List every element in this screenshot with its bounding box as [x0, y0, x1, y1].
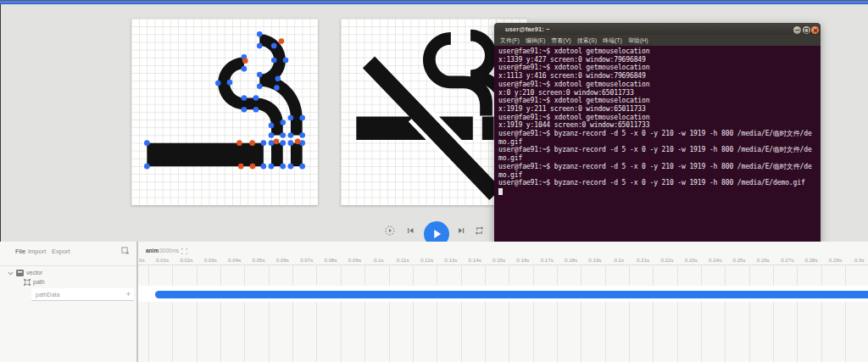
- path-point[interactable]: [288, 164, 294, 170]
- path-point[interactable]: [261, 140, 267, 146]
- path-point[interactable]: [271, 43, 277, 49]
- path-point[interactable]: [299, 164, 305, 170]
- file-menu[interactable]: File: [15, 248, 25, 255]
- path-point[interactable]: [269, 164, 275, 170]
- path-point[interactable]: [275, 76, 281, 82]
- path-point[interactable]: [280, 132, 286, 138]
- timeline-gridline: [197, 265, 198, 362]
- timeline-gridline: [557, 265, 558, 362]
- path-point[interactable]: [280, 120, 286, 125]
- path-point[interactable]: [250, 164, 256, 170]
- timeline-gridline: [364, 265, 365, 362]
- demo-icon[interactable]: [121, 247, 129, 254]
- path-point[interactable]: [253, 107, 259, 113]
- path-point[interactable]: [257, 31, 263, 37]
- path-point[interactable]: [279, 38, 285, 44]
- terminal-menu-item[interactable]: 终端(T): [603, 37, 622, 43]
- path-point[interactable]: [288, 132, 294, 138]
- timeline-gridline: [485, 265, 486, 362]
- tree-item-path[interactable]: path: [33, 279, 45, 285]
- timeline-animation-bar[interactable]: [155, 291, 868, 298]
- path-point[interactable]: [249, 140, 255, 146]
- ruler-tick-label: 0.24s: [709, 257, 721, 263]
- ruler-tick-label: 0.09s: [348, 257, 361, 263]
- path-point[interactable]: [238, 164, 244, 170]
- terminal-titlebar[interactable]: user@fae91: ~: [494, 23, 821, 35]
- terminal-menu-item[interactable]: 编辑(E): [526, 37, 545, 43]
- panel-divider: [0, 265, 136, 266]
- skip-previous-button[interactable]: [405, 226, 415, 236]
- export-menu[interactable]: Export: [52, 248, 70, 255]
- path-point[interactable]: [283, 58, 289, 64]
- path-point[interactable]: [269, 140, 275, 146]
- path-point[interactable]: [288, 115, 294, 121]
- slow-motion-video-button[interactable]: [385, 226, 395, 236]
- terminal-window[interactable]: user@fae91: ~ 文件(F)编辑(E)查看(V)搜索(S)终端(T)帮…: [494, 23, 821, 244]
- terminal-body[interactable]: user@fae91:~$ xdotool getmouselocationx:…: [494, 46, 821, 244]
- path-point[interactable]: [299, 132, 305, 138]
- path-point[interactable]: [242, 58, 248, 64]
- path-point[interactable]: [242, 66, 248, 72]
- path-point[interactable]: [242, 107, 248, 113]
- add-path-data-button[interactable]: +: [126, 290, 131, 298]
- left-edge-line: [0, 4, 1, 242]
- canvas-start-state[interactable]: [131, 19, 318, 205]
- path-point[interactable]: [253, 95, 259, 101]
- chevron-down-icon[interactable]: [8, 270, 14, 276]
- path-point[interactable]: [269, 132, 275, 138]
- path-point[interactable]: [257, 72, 263, 78]
- path-point[interactable]: [227, 80, 233, 86]
- path-point[interactable]: [236, 140, 242, 146]
- smoking-rooms-icon: [131, 19, 318, 205]
- timeline-gridline: [509, 265, 509, 362]
- ruler-tick-label: 0.2s: [614, 257, 624, 263]
- path-point[interactable]: [242, 95, 248, 101]
- skip-next-button[interactable]: [456, 226, 466, 236]
- ruler-tick-label: 0.07s: [300, 257, 313, 263]
- path-point[interactable]: [280, 140, 286, 146]
- path-point[interactable]: [215, 81, 221, 86]
- close-button[interactable]: [811, 26, 819, 34]
- app-root: user@fae91: ~ 文件(F)编辑(E)查看(V)搜索(S)终端(T)帮…: [0, 0, 868, 362]
- path-point[interactable]: [144, 140, 150, 146]
- animation-duration[interactable]: 3000ms: [159, 248, 179, 253]
- path-point[interactable]: [257, 83, 263, 89]
- ruler-tick-label: 0.16s: [516, 257, 529, 263]
- path-point[interactable]: [288, 140, 294, 146]
- path-point[interactable]: [271, 58, 277, 64]
- timeline-gridline: [148, 265, 149, 362]
- timeline-gridline: [605, 265, 606, 362]
- path-point[interactable]: [274, 139, 280, 145]
- path-point[interactable]: [257, 43, 263, 49]
- path-point[interactable]: [274, 85, 280, 91]
- expand-icon[interactable]: [181, 248, 187, 254]
- terminal-menu-item[interactable]: 查看(V): [551, 37, 570, 43]
- terminal-line: mo.gif: [494, 171, 821, 180]
- path-point[interactable]: [280, 164, 286, 170]
- ruler-tick-label: 0.25s: [732, 257, 745, 263]
- ruler-tick-label: 0.3s: [854, 257, 865, 263]
- animation-name[interactable]: anim: [146, 248, 159, 253]
- path-point[interactable]: [261, 164, 267, 170]
- terminal-line: user@fae91:~$ byzanz-record -d 5 -x 0 -y…: [494, 146, 821, 154]
- path-point[interactable]: [269, 123, 275, 129]
- path-data-field[interactable]: pathData +: [31, 288, 134, 301]
- path-point[interactable]: [299, 115, 305, 121]
- terminal-line: x:0 y:210 screen:0 window:65011733: [494, 89, 821, 97]
- tree-item-vector[interactable]: vector: [26, 270, 42, 276]
- terminal-cursor: [498, 188, 503, 196]
- path-point[interactable]: [144, 164, 150, 170]
- minimize-button[interactable]: [793, 26, 801, 34]
- ruler-tick-label: 0.22s: [660, 257, 673, 263]
- terminal-menu-item[interactable]: 搜索(S): [577, 37, 597, 43]
- maximize-button[interactable]: [803, 26, 810, 34]
- terminal-menu-item[interactable]: 文件(F): [500, 37, 520, 43]
- terminal-menu-item[interactable]: 帮助(H): [628, 37, 648, 43]
- vertical-divider[interactable]: [136, 242, 138, 362]
- repeat-button[interactable]: [474, 226, 485, 236]
- terminal-line: x:1919 y:211 screen:0 window:65011733: [494, 105, 821, 114]
- import-menu[interactable]: Import: [28, 248, 46, 255]
- terminal-menubar[interactable]: 文件(F)编辑(E)查看(V)搜索(S)终端(T)帮助(H): [494, 35, 821, 46]
- terminal-line: x:1339 y:427 screen:0 window:79696849: [494, 56, 821, 64]
- path-point[interactable]: [295, 139, 301, 145]
